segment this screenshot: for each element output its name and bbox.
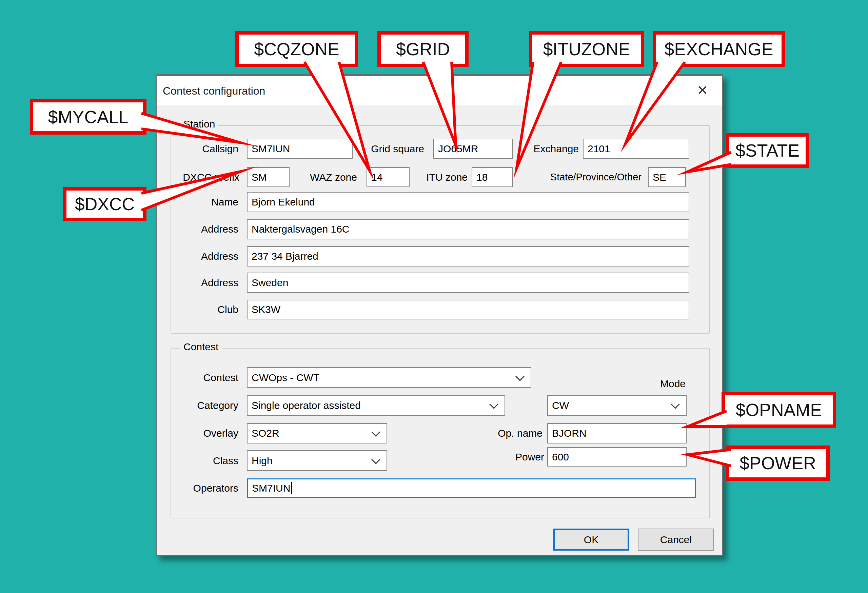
cancel-button[interactable]: Cancel [638,528,714,551]
callout-opname: $OPNAME [722,392,836,428]
class-dropdown[interactable]: High [247,450,387,471]
callout-mycall: $MYCALL [30,99,146,134]
category-dropdown-value: Single operator assisted [252,400,361,411]
dialog-titlebar: Contest configuration × [156,76,722,105]
itu-zone-label: ITU zone [414,167,468,187]
grid-square-field[interactable]: JO65MR [433,139,513,159]
chevron-down-icon [371,455,381,464]
op-name-field[interactable]: BJORN [547,423,686,444]
address3-field[interactable]: Sweden [247,273,689,293]
contest-dropdown[interactable]: CWOps - CWT [247,367,531,388]
name-field[interactable]: Bjorn Ekelund [247,192,689,212]
mode-label: Mode [660,377,697,391]
callout-exchange: $EXCHANGE [653,31,785,67]
chevron-down-icon [489,400,498,409]
waz-zone-label: WAZ zone [296,167,357,187]
operators-field-value: SM7IUN [252,482,290,494]
state-province-label: State/Province/Other [530,167,642,187]
chevron-down-icon [515,372,524,381]
callsign-field[interactable]: SM7IUN [247,139,353,159]
close-button[interactable]: × [692,79,713,101]
dxcc-prefix-label: DXCC prefix [164,167,239,187]
exchange-field[interactable]: 2101 [583,139,689,159]
callout-power: $POWER [726,445,830,481]
category-label: Category [164,395,238,416]
contest-group-legend: Contest [180,341,222,353]
address3-label: Address [164,273,238,293]
callout-state: $STATE [726,133,809,168]
operators-label: Operators [164,478,238,498]
callsign-label: Callsign [164,139,238,159]
category-dropdown[interactable]: Single operator assisted [247,395,505,416]
dialog-title: Contest configuration [163,76,265,105]
operators-field[interactable]: SM7IUN [247,478,696,498]
overlay-dropdown[interactable]: SO2R [247,423,387,444]
state-province-field[interactable]: SE [648,167,686,187]
dxcc-prefix-field[interactable]: SM [247,167,289,187]
contest-dropdown-value: CWOps - CWT [252,372,319,384]
close-icon: × [697,80,708,100]
club-label: Club [164,300,238,319]
address2-field[interactable]: 237 34 Bjarred [247,246,689,267]
callout-cqzone: $CQZONE [235,31,358,67]
name-label: Name [164,192,238,212]
club-field[interactable]: SK3W [247,300,689,319]
power-label: Power [487,447,544,466]
class-label: Class [164,450,238,471]
itu-zone-field[interactable]: 18 [472,167,513,187]
address1-field[interactable]: Naktergalsvagen 16C [247,219,689,239]
overlay-label: Overlay [164,423,238,444]
callout-dxcc: $DXCC [63,187,146,221]
contest-label: Contest [164,367,238,388]
chevron-down-icon [371,428,381,437]
mode-dropdown-value: CW [552,400,569,411]
text-cursor [291,482,292,494]
contest-configuration-dialog: Contest configuration × Station Callsign… [156,74,723,556]
address1-label: Address [164,219,238,239]
address2-label: Address [164,246,238,267]
chevron-down-icon [671,400,680,409]
class-dropdown-value: High [252,455,273,466]
power-field[interactable]: 600 [547,447,686,466]
overlay-dropdown-value: SO2R [252,428,279,439]
mode-dropdown[interactable]: CW [547,395,686,416]
op-name-label: Op. name [487,423,542,444]
grid-square-label: Grid square [369,139,424,159]
waz-zone-field[interactable]: 14 [366,167,410,187]
ok-button[interactable]: OK [553,528,629,551]
callout-ituzone: $ITUZONE [529,31,644,67]
station-group-legend: Station [180,118,218,130]
slide-background: Contest configuration × Station Callsign… [0,0,868,593]
callout-grid: $GRID [377,31,469,67]
exchange-label: Exchange [528,139,579,159]
